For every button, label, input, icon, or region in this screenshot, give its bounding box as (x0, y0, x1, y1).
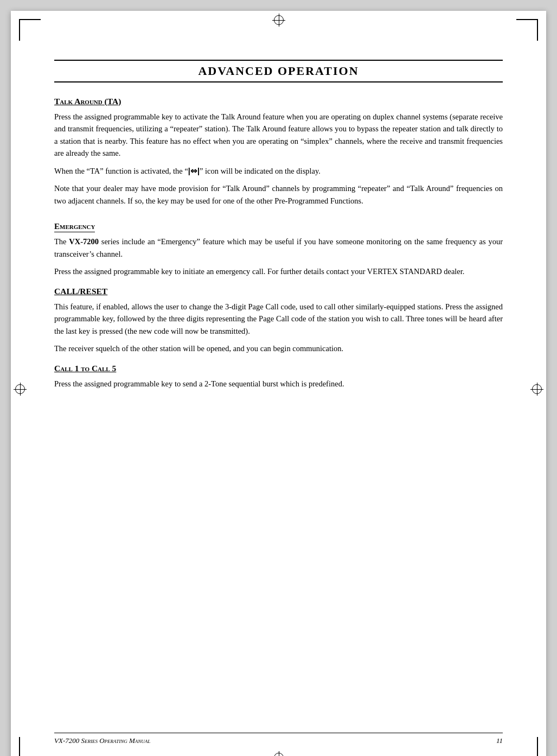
emergency-para1: The VX-7200 series include an “Emergency… (54, 236, 503, 260)
callreset-para1: This feature, if enabled, allows the use… (54, 301, 503, 337)
footer-manual-title: VX-7200 Series Operating Manual (54, 736, 150, 745)
call1to5-heading: Call 1 to Call 5 (54, 364, 503, 373)
footer-page-number: 11 (496, 736, 503, 745)
call1to5-heading-block: Call 1 to Call 5 (54, 364, 503, 373)
page-title: Advanced Operation (54, 64, 503, 78)
talk-around-para1: Press the assigned programmable key to a… (54, 111, 503, 160)
title-text: Advanced Operation (198, 64, 358, 78)
corner-mark-bottom-right (516, 737, 538, 756)
emergency-heading: Emergency (54, 222, 95, 232)
talk-around-para2: When the “TA” function is activated, the… (54, 165, 503, 177)
callreset-para2: The receiver squelch of the other statio… (54, 342, 503, 354)
crosshair-top (272, 14, 285, 27)
emergency-para2: Press the assigned programmable key to i… (54, 265, 503, 277)
crosshair-right (530, 383, 543, 396)
page-footer: VX-7200 Series Operating Manual 11 (54, 733, 503, 745)
talk-around-para3: Note that your dealer may have mode prov… (54, 182, 503, 207)
corner-mark-top-left (19, 19, 41, 41)
crosshair-left (14, 383, 27, 396)
talk-around-heading-block: Talk Around (TA) (54, 94, 503, 111)
talk-around-heading: Talk Around (TA) (54, 97, 121, 106)
callreset-heading: CALL/RESET (54, 287, 503, 296)
emergency-section: Emergency The VX-7200 series include an … (54, 214, 503, 277)
corner-mark-top-right (516, 19, 538, 41)
emergency-heading-block: Emergency (54, 214, 503, 236)
call1to5-section: Call 1 to Call 5 Press the assigned prog… (54, 364, 503, 390)
ta-icon: |⇔| (188, 167, 200, 175)
call1to5-para1: Press the assigned programmable key to s… (54, 378, 503, 390)
vx7200-bold: VX-7200 (69, 237, 99, 246)
page-content: Advanced Operation Talk Around (TA) Pres… (54, 60, 503, 390)
callreset-heading-block: CALL/RESET (54, 287, 503, 296)
corner-mark-bottom-left (19, 737, 41, 756)
page-title-block: Advanced Operation (54, 60, 503, 82)
callreset-section: CALL/RESET This feature, if enabled, all… (54, 287, 503, 355)
crosshair-bottom (272, 751, 285, 756)
talk-around-section: Talk Around (TA) Press the assigned prog… (54, 94, 503, 207)
page: Advanced Operation Talk Around (TA) Pres… (11, 11, 546, 756)
